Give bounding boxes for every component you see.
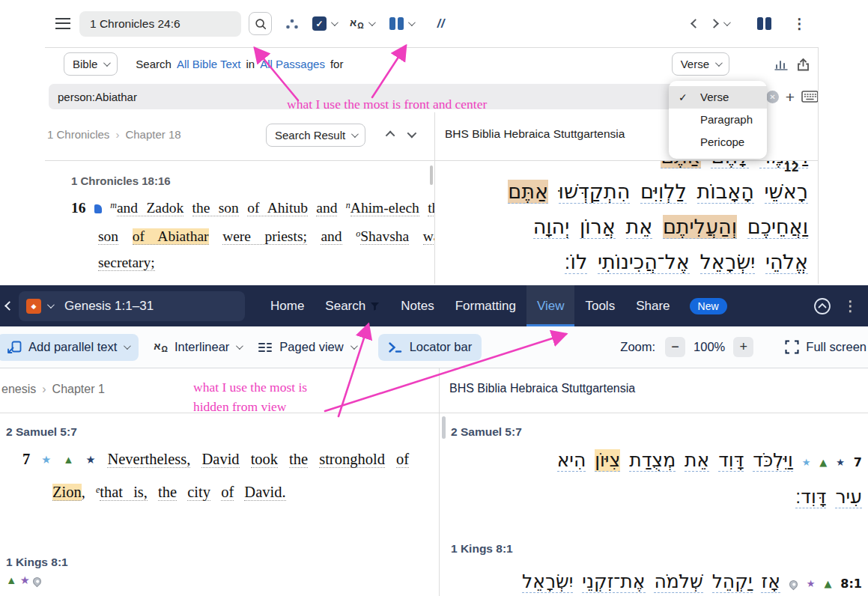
word: אֶת־זִקְנֵי: [582, 571, 645, 593]
triangle-green-icon[interactable]: ▲: [819, 457, 827, 468]
pin-icon[interactable]: [788, 579, 800, 591]
all-bible-text-link[interactable]: All Bible Text: [177, 58, 241, 70]
tab-formatting[interactable]: Formatting: [445, 285, 526, 326]
result-grouping-dropdown[interactable]: Verse: [672, 52, 729, 76]
locator-bar-button[interactable]: Locator bar: [378, 334, 482, 361]
triangle-green-icon[interactable]: ▲: [63, 454, 74, 466]
passage-heading: 1 Chronicles 18:16: [71, 174, 171, 187]
visual-filters-control[interactable]: [312, 16, 336, 31]
zoom-out-button[interactable]: −: [665, 337, 685, 357]
resource-title[interactable]: BHS Biblia Hebraica Stuttgartensia: [445, 127, 625, 141]
previous-result-icon[interactable]: [386, 131, 395, 141]
chevron-down-icon: [350, 342, 358, 350]
star-purple-icon[interactable]: ★: [20, 574, 30, 586]
word: וַאֲחֵיכֶם: [747, 215, 808, 239]
zoom-in-button[interactable]: +: [733, 337, 753, 357]
tab-home[interactable]: Home: [260, 285, 315, 326]
parallel-resources-icon[interactable]: //: [437, 17, 446, 31]
search-button[interactable]: [249, 12, 272, 35]
menu-item-paragraph[interactable]: Paragraph: [669, 109, 767, 131]
interlinear-button[interactable]: Interlinear: [154, 340, 241, 354]
reference-text: 1 Chronicles 24:6: [90, 17, 180, 31]
hebrew-line: 8:1 ▲ ★ אָז יַקְהֵל שְׁלֹמֹה אֶת־זִקְנֵי…: [452, 565, 862, 596]
search-result-label: Search Result: [275, 129, 345, 142]
star-purple-icon[interactable]: ★: [807, 578, 816, 589]
chart-icon[interactable]: [774, 58, 788, 70]
full-screen-button[interactable]: Full screen: [785, 340, 867, 354]
menu-item-verse[interactable]: Verse: [669, 86, 767, 109]
tab-tools[interactable]: Tools: [574, 285, 625, 326]
tab-label: Formatting: [455, 299, 516, 314]
bhs-pane: 2 Samuel 5:7 7 ★ ▲ ★ וַיִּלְכֹּד דָּוִד …: [449, 413, 868, 596]
passage-heading: 2 Samuel 5:7: [451, 425, 522, 439]
search-result-dropdown[interactable]: Search Result: [266, 124, 365, 147]
add-icon[interactable]: [786, 89, 795, 105]
clear-icon[interactable]: [766, 91, 779, 103]
paged-view-button[interactable]: Paged view: [258, 340, 355, 354]
word: of: [396, 451, 409, 468]
chevron-down-icon: [103, 59, 111, 67]
panes-layout-icon[interactable]: [757, 17, 771, 30]
hebrew-text-block: 7 ★ ▲ ★ וַיִּלְכֹּד דָּוִד אֵת מְצֻדַת צ…: [452, 443, 862, 514]
more-menu-icon[interactable]: [792, 15, 807, 32]
bible-pane: 1 Chronicles 18:16 16 mand Zadok the son…: [45, 161, 434, 284]
history-chevron-icon[interactable]: [723, 19, 731, 26]
resource-title[interactable]: BHS Biblia Hebraica Stuttgartensia: [449, 382, 635, 395]
hebrew-line: 7 ★ ▲ ★ וַיִּלְכֹּד דָּוִד אֵת מְצֻדַת צ…: [452, 443, 862, 480]
columns-icon: [389, 17, 404, 30]
keyboard-icon[interactable]: [801, 91, 819, 103]
star-lightblue-icon[interactable]: ★: [41, 454, 52, 466]
resource-logo-icon: [26, 299, 41, 314]
triangle-green-icon[interactable]: ▲: [824, 578, 831, 589]
tab-search[interactable]: Search: [315, 285, 390, 326]
all-passages-link[interactable]: All Passages: [260, 58, 325, 70]
footnote-marker: m: [110, 200, 117, 210]
interlinear-control[interactable]: [350, 18, 374, 30]
resource-selector[interactable]: Genesis 1:1–31: [19, 291, 245, 321]
breadcrumb-separator: ›: [42, 383, 46, 396]
triangle-green-icon[interactable]: ▲: [6, 574, 16, 586]
scrollbar-thumb[interactable]: [430, 165, 433, 185]
back-chevron-icon[interactable]: [691, 19, 700, 28]
breadcrumb[interactable]: 1 Chronicles › Chapter 18: [47, 128, 181, 141]
add-parallel-text-button[interactable]: Add parallel text: [0, 334, 139, 361]
word: אֵת: [685, 449, 709, 472]
star-lightblue-icon[interactable]: ★: [802, 457, 811, 468]
star-navy-icon[interactable]: ★: [86, 454, 97, 466]
breadcrumb-book[interactable]: enesis: [1, 383, 36, 396]
back-chevron-icon[interactable]: [4, 301, 14, 311]
word: רָאשֵׁי: [765, 180, 808, 204]
breadcrumb-chapter[interactable]: Chapter 1: [52, 383, 105, 396]
note-icon[interactable]: [94, 204, 102, 213]
parallel-panes-control[interactable]: [389, 17, 413, 30]
search-type-dropdown[interactable]: Bible: [64, 52, 118, 76]
more-menu-icon[interactable]: [843, 297, 858, 314]
word: city: [187, 484, 210, 501]
word: and Zadok: [117, 200, 183, 216]
pin-icon[interactable]: [31, 576, 43, 588]
annotation-line: what I use the most is: [193, 377, 307, 397]
tab-notes[interactable]: Notes: [390, 285, 444, 326]
breadcrumb-chapter[interactable]: Chapter 18: [125, 128, 180, 141]
star-navy-icon[interactable]: ★: [836, 457, 845, 468]
next-result-icon[interactable]: [407, 129, 417, 139]
menu-item-pericope[interactable]: Pericope: [669, 131, 767, 153]
word: ,: [82, 484, 85, 500]
library-dots-icon[interactable]: [284, 16, 300, 31]
scrollbar-thumb[interactable]: [442, 416, 446, 439]
menu-hamburger-icon[interactable]: [55, 18, 70, 29]
hebrew-line: עִיר דָּוִד׃: [452, 480, 862, 514]
reference-box[interactable]: 1 Chronicles 24:6: [79, 11, 241, 37]
new-pane-headers: enesis › Chapter 1 BHS Biblia Hebraica S…: [0, 368, 868, 413]
new-ui-topbar: Genesis 1:1–31 Home Search Notes Formatt…: [0, 285, 868, 326]
collapse-circle-icon[interactable]: [813, 297, 831, 315]
forward-chevron-icon[interactable]: [709, 19, 719, 28]
tab-share[interactable]: Share: [625, 285, 680, 326]
hebrew-line: רָאשֵׁי הָאָבוֹת לַלְוִיִּם הִתְקַדְּשׁו…: [451, 174, 808, 209]
tab-view[interactable]: View: [526, 285, 575, 326]
share-icon[interactable]: [797, 58, 810, 71]
breadcrumb[interactable]: enesis › Chapter 1: [1, 383, 105, 396]
hebrew-text-block: 8:1 ▲ ★ אָז יַקְהֵל שְׁלֹמֹה אֶת־זִקְנֵי…: [452, 565, 862, 596]
breadcrumb-book[interactable]: 1 Chronicles: [47, 128, 109, 141]
word: David: [201, 451, 239, 468]
